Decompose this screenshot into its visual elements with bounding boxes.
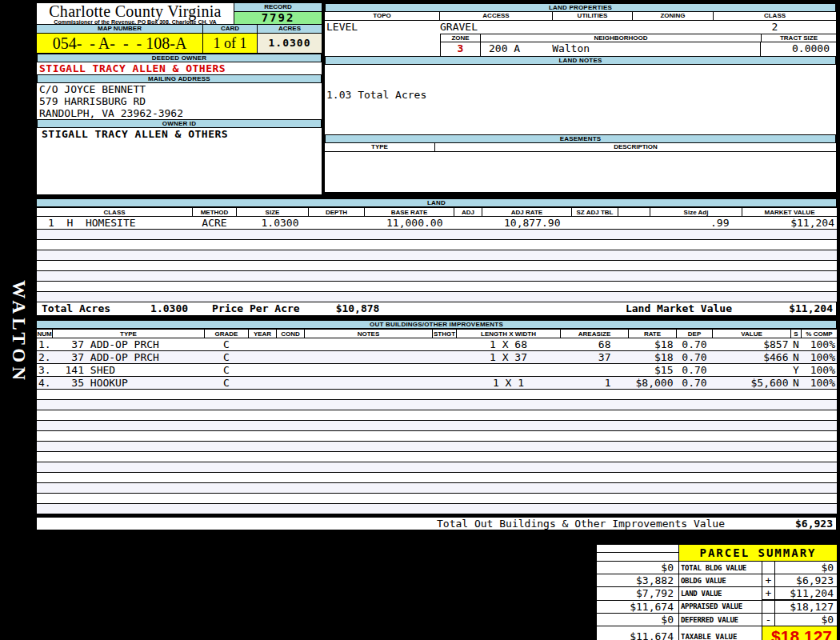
record-block: RECORD 7792 xyxy=(234,3,322,24)
out-buildings-total-row: Total Out Buildings & Other Improvements… xyxy=(36,517,837,530)
out-type: 141 SHED xyxy=(53,364,205,377)
record-number: 7792 xyxy=(234,12,322,24)
land-depth xyxy=(309,217,365,230)
property-record-card: WALTON Charlotte County Virginia Commiss… xyxy=(0,0,840,640)
out-value: $5,600 xyxy=(713,377,791,390)
out-col-grade: GRADE xyxy=(205,330,249,338)
prior-taxable: $11,674 xyxy=(597,626,679,640)
out-lw xyxy=(457,364,561,377)
district-sidebar: WALTON xyxy=(0,264,36,400)
parcel-summary-title: PARCEL SUMMARY xyxy=(679,545,838,562)
land-row: 1 H HOMESITE ACRE 1.0300 11,000.00 10,87… xyxy=(37,217,838,230)
parcel-summary: PARCEL SUMMARY $0 TOTAL BLDG VALUE $0 $3… xyxy=(596,544,838,640)
out-rate: $18 xyxy=(629,338,677,351)
zone-header-row: ZONE NEIGHBORHOOD TRACT SIZE xyxy=(441,34,836,42)
deeded-owner-label: DEEDED OWNER xyxy=(37,54,322,62)
easements-body xyxy=(325,152,836,192)
land-empty-row xyxy=(37,250,838,261)
land-empty-row xyxy=(37,261,838,271)
appraised-op xyxy=(762,600,775,614)
land-notes-body: 1.03 Total Acres xyxy=(325,65,836,134)
out-num: 1. xyxy=(37,338,53,351)
out-empty-row xyxy=(37,483,838,494)
neighborhood-code: 200 A xyxy=(481,42,520,56)
out-rate: $15 xyxy=(629,364,677,377)
land-section: LAND CLASS METHOD SIZE DEPTH BASE RATE A… xyxy=(36,198,837,316)
land-col-blank xyxy=(618,208,650,217)
obldg-op: + xyxy=(762,574,775,587)
out-col-rate: RATE xyxy=(629,330,677,338)
neighborhood-name: Walton xyxy=(520,42,590,56)
prior-land: $7,792 xyxy=(597,587,679,601)
out-buildings-title: OUT BUILDINGS/OTHER IMPROVEMENTS xyxy=(36,320,837,329)
out-value: $466 xyxy=(713,351,791,364)
out-row: 3. 141 SHED C $15 0.70 Y 100% xyxy=(37,364,838,377)
land-adj-rate: 10,877.90 xyxy=(482,217,572,230)
out-col-lw: LENGTH X WIDTH xyxy=(457,330,561,338)
acres-value: 1.0300 xyxy=(258,34,322,53)
out-col-num: NUM xyxy=(37,330,53,338)
utilities-value xyxy=(553,21,633,34)
prior-obldg: $3,882 xyxy=(597,574,679,587)
deferred-op: - xyxy=(762,614,775,626)
zone-row: ZONE NEIGHBORHOOD TRACT SIZE 3 200 A Wal… xyxy=(325,34,836,56)
owner-id-label: OWNER ID xyxy=(37,119,322,128)
map-number-value: 054- - A- - - 108-A xyxy=(37,34,203,53)
land-market-value-total: $11,204 xyxy=(732,302,836,315)
out-empty-row xyxy=(37,462,838,473)
land-properties-values: LEVEL GRAVEL 2 xyxy=(325,21,836,34)
zone-table: ZONE NEIGHBORHOOD TRACT SIZE 3 200 A Wal… xyxy=(440,34,836,56)
land-col-adj: ADJ xyxy=(454,208,482,217)
out-total-value: $6,923 xyxy=(795,518,836,530)
out-rate: $18 xyxy=(629,351,677,364)
land-empty-row xyxy=(37,271,838,282)
out-col-s: S xyxy=(791,330,802,338)
zone-value-row: 3 200 A Walton 0.0000 xyxy=(441,42,836,56)
out-empty-row xyxy=(37,421,838,431)
summary-row: $3,882 OBLDG VALUE + $6,923 xyxy=(597,574,838,587)
land-note-text: 1.03 Total Acres xyxy=(326,89,426,101)
land-notes-title: LAND NOTES xyxy=(325,56,836,65)
out-area xyxy=(561,364,629,377)
land-base-rate: 11,000.00 xyxy=(365,217,454,230)
out-grade: C xyxy=(205,338,249,351)
land-col-depth: DEPTH xyxy=(309,208,365,217)
parcel-summary-table: PARCEL SUMMARY $0 TOTAL BLDG VALUE $0 $3… xyxy=(596,544,838,640)
obldg-label: OBLDG VALUE xyxy=(679,574,762,587)
out-total-label: Total Out Buildings & Other Improvements… xyxy=(437,518,725,530)
mailing-address-label: MAILING ADDRESS xyxy=(37,74,322,83)
out-empty-row xyxy=(37,452,838,462)
taxable-value: $18,127 xyxy=(762,626,838,640)
appraised-value: $18,127 xyxy=(775,600,838,614)
easement-description-label: DESCRIPTION xyxy=(435,143,836,152)
out-value: $857 xyxy=(713,338,791,351)
out-area: 37 xyxy=(561,351,629,364)
land-properties-title: LAND PROPERTIES xyxy=(325,3,836,12)
out-num: 4. xyxy=(37,377,53,390)
zone-spacer xyxy=(325,34,440,56)
out-lw: 1 X 68 xyxy=(457,338,561,351)
total-acres-label: Total Acres xyxy=(37,302,110,315)
out-area: 1 xyxy=(561,377,629,390)
out-col-notes: NOTES xyxy=(305,330,433,338)
summary-row: $11,674 APPRAISED VALUE $18,127 xyxy=(597,600,838,614)
out-type: 37 ADD-OP PRCH xyxy=(53,351,205,364)
out-col-year: YEAR xyxy=(249,330,277,338)
land-col-base-rate: BASE RATE xyxy=(365,208,454,217)
prior-appraised: $11,674 xyxy=(597,600,679,614)
out-empty-row xyxy=(37,494,838,504)
deeded-owner-value: STIGALL TRACY ALLEN & OTHERS xyxy=(37,62,322,74)
out-dep: 0.70 xyxy=(677,338,713,351)
summary-row: $7,792 LAND VALUE + $11,204 xyxy=(597,587,838,601)
deferred-label: DEFERRED VALUE xyxy=(679,614,762,626)
topo-label: TOPO xyxy=(325,12,440,21)
out-dep: 0.70 xyxy=(677,351,713,364)
county-title-block: Charlotte County Virginia Commissioner o… xyxy=(37,3,234,24)
land-properties-header: TOPO ACCESS UTILITIES ZONING CLASS xyxy=(325,12,836,21)
land-col-adj-rate: ADJ RATE xyxy=(482,208,572,217)
out-buildings-section: OUT BUILDINGS/OTHER IMPROVEMENTS NUM TYP… xyxy=(36,320,837,514)
out-col-cond: COND xyxy=(277,330,305,338)
tract-size-value: 0.0000 xyxy=(760,42,836,56)
out-col-dep: DEP xyxy=(677,330,713,338)
mailing-line-2: 579 HARRISBURG RD xyxy=(37,95,322,107)
